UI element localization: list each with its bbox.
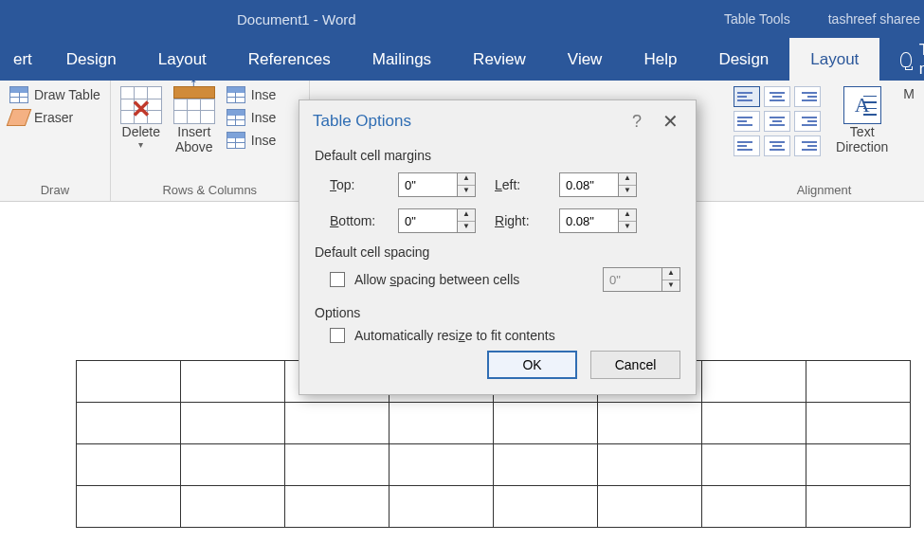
input-top[interactable] xyxy=(398,172,457,197)
table-icon xyxy=(226,109,245,126)
tell-me[interactable]: Tell m xyxy=(879,38,924,81)
label-top: Top: xyxy=(330,177,387,192)
tab-table-design[interactable]: Design xyxy=(698,38,789,81)
section-options: Options xyxy=(315,305,680,320)
section-spacing: Default cell spacing xyxy=(315,244,680,260)
tab-table-layout[interactable]: Layout xyxy=(789,38,879,81)
insert-above-button[interactable]: ↑ Insert Above xyxy=(173,86,215,154)
align-center-right[interactable] xyxy=(794,111,821,132)
cancel-button[interactable]: Cancel xyxy=(590,351,680,379)
ribbon-tabs: ert Design Layout References Mailings Re… xyxy=(0,38,924,81)
tab-review[interactable]: Review xyxy=(452,38,547,81)
checkbox-auto-resize[interactable] xyxy=(330,328,345,343)
document-title: Document1 - Word xyxy=(237,11,356,27)
alignment-grid xyxy=(734,86,821,156)
lightbulb-icon xyxy=(900,52,911,67)
group-rows-columns: ✕ Delete ▾ ↑ Insert Above Inse Inse Inse… xyxy=(111,81,310,201)
text-direction-button[interactable]: A Text Direction xyxy=(836,86,888,154)
delete-button[interactable]: ✕ Delete ▾ xyxy=(120,86,162,150)
spinner-arrows[interactable]: ▲▼ xyxy=(457,172,476,197)
draw-table-icon xyxy=(9,86,28,103)
delete-icon: ✕ xyxy=(120,86,162,124)
input-spacing xyxy=(603,267,661,292)
eraser-button[interactable]: Eraser xyxy=(9,109,100,126)
spinner-spacing: ▲▼ xyxy=(603,267,680,292)
tab-references[interactable]: References xyxy=(227,38,352,81)
align-bottom-center[interactable] xyxy=(764,135,790,156)
label-bottom: Bottom: xyxy=(330,213,387,228)
label-right: Right: xyxy=(495,213,548,228)
align-top-right[interactable] xyxy=(794,86,821,107)
group-label-draw: Draw xyxy=(9,181,100,199)
input-bottom[interactable] xyxy=(398,208,457,233)
insert-left-button[interactable]: Inse xyxy=(226,109,276,126)
align-center-left[interactable] xyxy=(734,111,760,132)
tab-view[interactable]: View xyxy=(547,38,624,81)
tab-insert-partial[interactable]: ert xyxy=(0,38,45,81)
label-auto-resize: Automatically resize to fit contents xyxy=(354,328,555,343)
text-direction-icon: A xyxy=(843,86,881,124)
spinner-arrows[interactable]: ▲▼ xyxy=(618,208,637,233)
eraser-icon xyxy=(7,109,32,126)
spinner-arrows[interactable]: ▲▼ xyxy=(457,208,476,233)
chevron-down-icon: ▾ xyxy=(138,139,143,150)
align-bottom-left[interactable] xyxy=(734,135,760,156)
tab-help[interactable]: Help xyxy=(623,38,698,81)
spinner-top[interactable]: ▲▼ xyxy=(398,172,483,197)
insert-right-button[interactable]: Inse xyxy=(226,132,276,149)
input-right[interactable] xyxy=(559,208,618,233)
close-icon[interactable]: ✕ xyxy=(657,110,684,133)
spinner-arrows[interactable]: ▲▼ xyxy=(618,172,637,197)
insert-above-icon: ↑ xyxy=(173,86,215,124)
align-bottom-right[interactable] xyxy=(794,135,821,156)
group-label-rowscols: Rows & Columns xyxy=(120,181,299,199)
table-icon xyxy=(226,86,245,103)
tab-layout[interactable]: Layout xyxy=(137,38,227,81)
spinner-right[interactable]: ▲▼ xyxy=(559,208,644,233)
user-name: tashreef sharee xyxy=(828,11,920,27)
spinner-bottom[interactable]: ▲▼ xyxy=(398,208,483,233)
tab-mailings[interactable]: Mailings xyxy=(352,38,452,81)
dialog-title: Table Options xyxy=(313,112,617,131)
help-icon[interactable]: ? xyxy=(617,112,657,132)
table-icon xyxy=(226,132,245,149)
label-allow-spacing: Allow spacing between cells xyxy=(354,272,519,287)
tab-design[interactable]: Design xyxy=(45,38,137,81)
group-draw: Draw Table Eraser Draw xyxy=(0,81,111,201)
align-top-left[interactable] xyxy=(734,86,760,107)
draw-table-button[interactable]: Draw Table xyxy=(9,86,100,103)
label-left: Left: xyxy=(495,177,548,192)
cell-margins-button-partial[interactable]: M xyxy=(903,86,915,101)
section-margins: Default cell margins xyxy=(315,148,680,163)
spinner-left[interactable]: ▲▼ xyxy=(559,172,644,197)
ok-button[interactable]: OK xyxy=(487,351,577,379)
input-left[interactable] xyxy=(559,172,618,197)
group-label-alignment: Alignment xyxy=(734,181,915,199)
align-top-center[interactable] xyxy=(764,86,790,107)
title-bar: Document1 - Word Table Tools tashreef sh… xyxy=(0,0,924,38)
checkbox-allow-spacing[interactable] xyxy=(330,272,345,287)
table-options-dialog: Table Options ? ✕ Default cell margins T… xyxy=(299,99,697,395)
spinner-arrows: ▲▼ xyxy=(661,267,680,292)
group-alignment: A Text Direction M Alignment xyxy=(724,81,924,201)
contextual-tab-label: Table Tools xyxy=(724,11,790,27)
align-center-center[interactable] xyxy=(764,111,790,132)
insert-below-button[interactable]: Inse xyxy=(226,86,276,103)
